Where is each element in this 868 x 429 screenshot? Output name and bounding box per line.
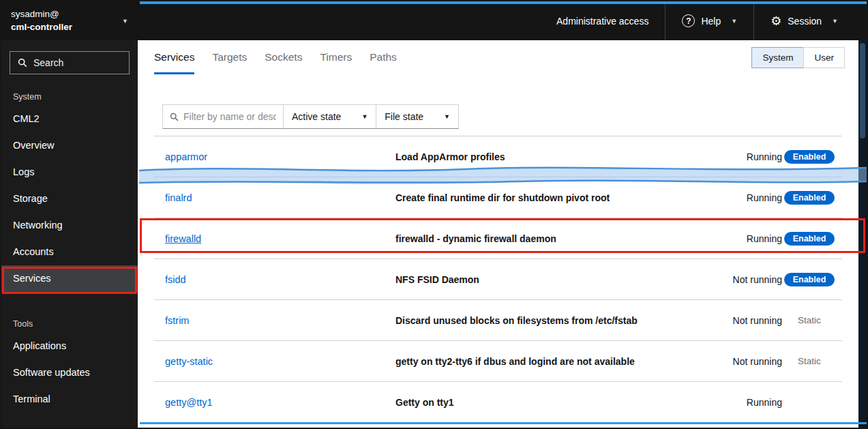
tab-bar: Services Targets Sockets Timers Paths Sy…: [138, 40, 858, 74]
table-row[interactable]: firewalld firewalld - dynamic firewall d…: [154, 218, 842, 259]
sidebar-item-applications[interactable]: Applications: [1, 333, 138, 359]
sidebar: System CML2 Overview Logs Storage Networ…: [1, 40, 138, 428]
file-state-badge: Enabled: [784, 191, 835, 205]
help-menu[interactable]: ? Help ▼: [665, 1, 753, 40]
service-name-link[interactable]: firewalld: [165, 233, 201, 244]
search-icon: [18, 58, 27, 68]
service-name-link[interactable]: fstrim: [165, 315, 189, 326]
scope-system-button[interactable]: System: [751, 47, 804, 68]
sidebar-item-logs[interactable]: Logs: [1, 159, 138, 186]
sidebar-item-terminal[interactable]: Terminal: [1, 386, 138, 413]
file-state-label: File state: [385, 111, 423, 122]
tab-sockets[interactable]: Sockets: [265, 40, 302, 74]
service-state: Running: [687, 397, 782, 408]
user-name: sysadmin@: [11, 8, 118, 21]
service-name-link[interactable]: getty@tty1: [165, 397, 213, 408]
tab-targets[interactable]: Targets: [212, 40, 247, 74]
user-identity: sysadmin@ cml-controller: [11, 8, 118, 34]
tab-services[interactable]: Services: [154, 40, 194, 74]
sidebar-item-overview[interactable]: Overview: [1, 132, 138, 159]
sidebar-item-networking[interactable]: Networking: [1, 212, 138, 239]
service-state: Running: [687, 151, 782, 162]
services-table: apparmor Load AppArmor profiles Running …: [154, 136, 842, 423]
masthead: sysadmin@ cml-controller ▼ Administrativ…: [1, 1, 867, 40]
admin-access-button[interactable]: Administrative access: [540, 1, 665, 40]
sidebar-section-tools: Tools: [1, 292, 138, 333]
table-row[interactable]: fsidd NFS FSID Daemon Not running Enable…: [154, 259, 842, 300]
search-icon: [170, 113, 179, 121]
help-icon: ?: [682, 14, 695, 27]
vertical-scrollbar[interactable]: [858, 40, 867, 428]
table-row[interactable]: getty-static getty on tty2-tty6 if dbus …: [154, 341, 842, 382]
file-state-select[interactable]: File state ▼: [376, 104, 459, 129]
filter-search[interactable]: [162, 104, 284, 129]
session-menu[interactable]: ⚙ Session ▼: [753, 1, 854, 40]
help-label: Help: [701, 16, 721, 27]
service-name-link[interactable]: finalrd: [165, 192, 192, 203]
service-description: firewalld - dynamic firewall daemon: [395, 233, 687, 244]
service-description: getty on tty2-tty6 if dbus and logind ar…: [395, 356, 687, 367]
service-state: Not running: [687, 274, 782, 285]
service-state: Running: [687, 192, 782, 203]
chevron-down-icon: ▼: [731, 18, 737, 25]
tabs: Services Targets Sockets Timers Paths: [154, 40, 397, 74]
scope-user-button[interactable]: User: [803, 47, 845, 68]
service-state: Not running: [687, 356, 782, 367]
file-state-text: Static: [798, 315, 821, 325]
filter-search-input[interactable]: [183, 111, 276, 122]
active-state-label: Active state: [292, 111, 341, 122]
host-name: cml-controller: [11, 21, 118, 34]
file-state-badge: Enabled: [784, 232, 835, 246]
service-description: Create final runtime dir for shutdown pi…: [395, 192, 687, 203]
file-state-badge: Enabled: [784, 150, 835, 164]
file-state-badge: Enabled: [784, 273, 835, 286]
table-row[interactable]: getty@tty1 Getty on tty1 Running: [154, 382, 842, 423]
table-row[interactable]: finalrd Create final runtime dir for shu…: [154, 177, 842, 218]
sidebar-section-system: System: [1, 80, 138, 106]
active-state-select[interactable]: Active state ▼: [283, 104, 376, 129]
service-description: Discard unused blocks on filesystems fro…: [395, 315, 687, 326]
table-row[interactable]: fstrim Discard unused blocks on filesyst…: [154, 300, 842, 341]
sidebar-item-services[interactable]: Services: [1, 265, 138, 292]
service-description: NFS FSID Daemon: [395, 274, 687, 285]
sidebar-item-accounts[interactable]: Accounts: [1, 239, 138, 265]
chevron-down-icon: ▼: [444, 113, 450, 120]
sidebar-search-input[interactable]: [33, 57, 121, 68]
gear-icon: ⚙: [770, 15, 781, 27]
scrollbar-thumb[interactable]: [860, 43, 865, 138]
service-state: Running: [687, 233, 782, 244]
tab-timers[interactable]: Timers: [320, 40, 352, 74]
masthead-right: Administrative access ? Help ▼ ⚙ Session…: [540, 1, 854, 40]
service-name-link[interactable]: fsidd: [165, 274, 186, 285]
sidebar-search[interactable]: [10, 51, 130, 74]
scope-toggle: System User: [751, 40, 845, 74]
service-state: Not running: [687, 315, 782, 326]
file-state-text: Static: [798, 356, 821, 366]
service-description: Load AppArmor profiles: [395, 151, 687, 162]
tab-paths[interactable]: Paths: [370, 40, 397, 74]
sidebar-item-cml2[interactable]: CML2: [1, 106, 138, 132]
chevron-down-icon: ▼: [832, 18, 838, 25]
service-description: Getty on tty1: [395, 397, 687, 408]
cockpit-window: sysadmin@ cml-controller ▼ Administrativ…: [0, 0, 868, 429]
chevron-down-icon: ▼: [361, 113, 368, 120]
sidebar-item-software-updates[interactable]: Software updates: [1, 359, 138, 386]
user-menu[interactable]: sysadmin@ cml-controller ▼: [1, 1, 138, 40]
service-name-link[interactable]: apparmor: [165, 151, 207, 162]
chevron-down-icon: ▼: [122, 18, 128, 25]
services-page: Services Targets Sockets Timers Paths Sy…: [138, 40, 858, 428]
table-row[interactable]: apparmor Load AppArmor profiles Running …: [154, 136, 842, 177]
session-label: Session: [788, 16, 822, 27]
sidebar-item-storage[interactable]: Storage: [1, 186, 138, 212]
filter-toolbar: Active state ▼ File state ▼: [162, 104, 858, 129]
service-name-link[interactable]: getty-static: [165, 356, 213, 367]
